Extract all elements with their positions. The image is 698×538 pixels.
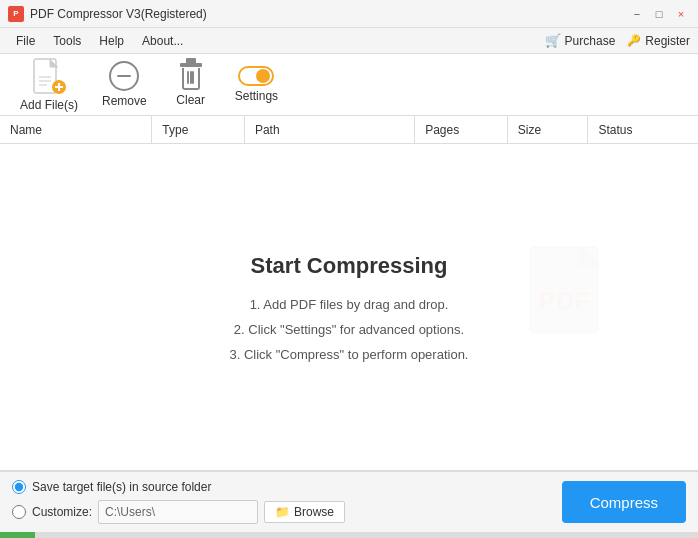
clear-trash-icon <box>180 63 202 90</box>
pdf-background-doc: PDF <box>528 245 618 358</box>
app-title: PDF Compressor V3(Registered) <box>30 7 207 21</box>
add-files-label: Add File(s) <box>20 98 78 112</box>
menu-tools[interactable]: Tools <box>45 32 89 50</box>
close-button[interactable]: × <box>672 5 690 23</box>
cart-icon: 🛒 <box>545 33 561 48</box>
add-files-icon <box>32 57 66 95</box>
browse-label: Browse <box>294 505 334 519</box>
menu-right-actions: 🛒 Purchase 🔑 Register <box>545 33 690 48</box>
browse-button[interactable]: 📁 Browse <box>264 501 345 523</box>
customize-radio[interactable] <box>12 505 26 519</box>
save-source-label: Save target file(s) in source folder <box>32 480 211 494</box>
progress-bar-container <box>0 532 698 538</box>
menu-bar: File Tools Help About... 🛒 Purchase 🔑 Re… <box>0 28 698 54</box>
title-bar: P PDF Compressor V3(Registered) − □ × <box>0 0 698 28</box>
output-options: Save target file(s) in source folder Cus… <box>12 480 686 524</box>
menu-items: File Tools Help About... <box>8 32 191 50</box>
col-header-name: Name <box>0 116 152 143</box>
col-header-path: Path <box>245 116 415 143</box>
register-label: Register <box>645 34 690 48</box>
add-files-button[interactable]: Add File(s) <box>10 53 88 116</box>
folder-icon: 📁 <box>275 505 290 519</box>
settings-label: Settings <box>235 89 278 103</box>
menu-about[interactable]: About... <box>134 32 191 50</box>
svg-text:PDF: PDF <box>538 286 590 316</box>
path-options: Save target file(s) in source folder Cus… <box>12 480 345 524</box>
instructions-list: 1. Add PDF files by drag and drop. 2. Cl… <box>230 297 469 362</box>
custom-path-input[interactable] <box>98 500 258 524</box>
customize-option: Customize: 📁 Browse <box>12 500 345 524</box>
customize-label: Customize: <box>32 505 92 519</box>
maximize-button[interactable]: □ <box>650 5 668 23</box>
drop-zone[interactable]: PDF Start Compressing 1. Add PDF files b… <box>0 144 698 470</box>
purchase-label: Purchase <box>565 34 616 48</box>
bottom-bar: Save target file(s) in source folder Cus… <box>0 471 698 532</box>
window-controls: − □ × <box>628 5 690 23</box>
remove-label: Remove <box>102 94 147 108</box>
progress-bar-fill <box>0 532 35 538</box>
start-title: Start Compressing <box>230 253 469 279</box>
minimize-button[interactable]: − <box>628 5 646 23</box>
key-icon: 🔑 <box>627 34 641 47</box>
clear-button[interactable]: Clear <box>161 59 221 111</box>
col-header-size: Size <box>508 116 589 143</box>
save-source-option: Save target file(s) in source folder <box>12 480 345 494</box>
col-header-pages: Pages <box>415 116 508 143</box>
remove-icon <box>109 61 139 91</box>
compress-button[interactable]: Compress <box>562 481 686 523</box>
menu-help[interactable]: Help <box>91 32 132 50</box>
settings-button[interactable]: Settings <box>225 62 288 107</box>
purchase-button[interactable]: 🛒 Purchase <box>545 33 616 48</box>
start-content: Start Compressing 1. Add PDF files by dr… <box>230 253 469 362</box>
instruction-1: 1. Add PDF files by drag and drop. <box>230 297 469 312</box>
settings-toggle-icon <box>238 66 274 86</box>
table-header: Name Type Path Pages Size Status <box>0 116 698 144</box>
instruction-3: 3. Click "Compress" to perform operation… <box>230 347 469 362</box>
menu-file[interactable]: File <box>8 32 43 50</box>
register-button[interactable]: 🔑 Register <box>627 34 690 48</box>
remove-button[interactable]: Remove <box>92 57 157 112</box>
col-header-status: Status <box>588 116 698 143</box>
file-table: Name Type Path Pages Size Status PDF Sta… <box>0 116 698 471</box>
save-source-radio[interactable] <box>12 480 26 494</box>
app-icon: P <box>8 6 24 22</box>
title-bar-left: P PDF Compressor V3(Registered) <box>8 6 207 22</box>
instruction-2: 2. Click "Settings" for advanced options… <box>230 322 469 337</box>
clear-label: Clear <box>176 93 205 107</box>
col-header-type: Type <box>152 116 245 143</box>
toolbar: Add File(s) Remove Clear Settings <box>0 54 698 116</box>
